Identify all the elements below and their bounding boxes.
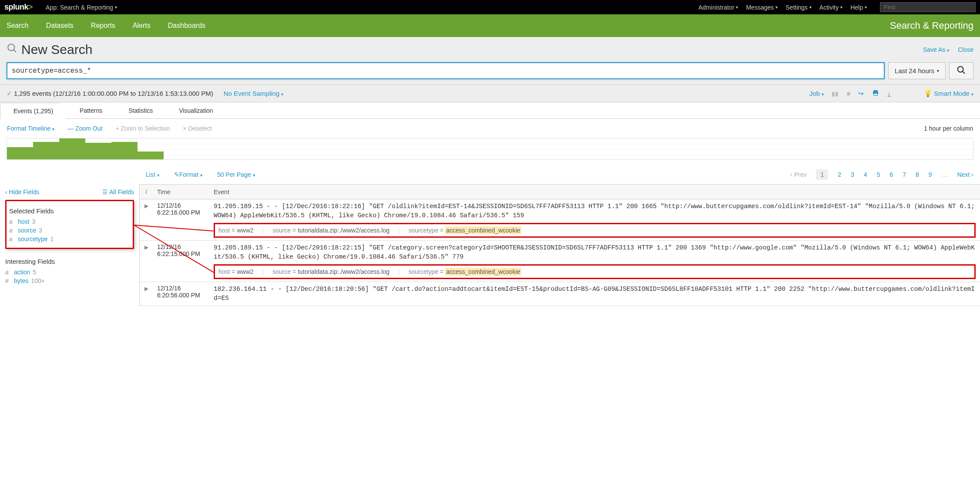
run-search-button[interactable]: [949, 62, 973, 79]
page-7[interactable]: 7: [903, 171, 906, 178]
timeline-bar[interactable]: [85, 143, 111, 159]
raw-event[interactable]: 182.236.164.11 - - [12/Dec/2016:18:20:56…: [214, 285, 976, 303]
timeline-bar[interactable]: [7, 147, 33, 159]
timeline-bar[interactable]: [111, 142, 138, 159]
svg-rect-4: [874, 90, 878, 91]
event-time: 12/12/166:22:16.000 PM: [153, 199, 209, 241]
field-sourcetype[interactable]: asourcetype1: [9, 235, 128, 243]
field-action[interactable]: aaction5: [5, 268, 134, 276]
pause-icon[interactable]: ▮▮: [832, 90, 839, 97]
pager-next[interactable]: Next ›: [957, 171, 973, 178]
raw-event[interactable]: 91.205.189.15 - - [12/Dec/2016:18:22:16]…: [214, 202, 976, 220]
job-menu[interactable]: Job ▾: [809, 90, 824, 97]
stop-icon[interactable]: ■: [846, 90, 850, 97]
selected-fields-annotation: Selected Fields ahost3 asource3 asourcet…: [5, 200, 134, 249]
tag-sourcetype[interactable]: sourcetype = access_combined_wcookie: [409, 268, 521, 275]
smart-mode[interactable]: 💡 Smart Mode ▾: [924, 90, 973, 98]
share-icon[interactable]: ↪: [858, 90, 864, 98]
col-event: Event: [209, 185, 980, 199]
download-icon[interactable]: ↓: [887, 90, 891, 97]
timeline-bar[interactable]: [59, 138, 85, 159]
svg-line-1: [13, 50, 16, 52]
svg-point-0: [8, 44, 14, 51]
tag-source[interactable]: source = tutorialdata.zip:./www2/access.…: [272, 227, 389, 234]
selected-fields-header: Selected Fields: [9, 207, 128, 215]
app-title: Search & Reporting: [890, 20, 973, 31]
logo[interactable]: splunk>: [4, 3, 33, 12]
search-title-icon: [7, 43, 18, 57]
save-as-button[interactable]: Save As ▾: [923, 46, 949, 53]
tag-host[interactable]: host = www2: [218, 227, 254, 234]
menu-help[interactable]: Help ▾: [850, 4, 867, 11]
page-1[interactable]: 1: [816, 169, 828, 180]
tab-patterns[interactable]: Patterns: [67, 103, 115, 119]
field-host[interactable]: ahost3: [9, 217, 128, 226]
interesting-fields-header: Interesting Fields: [5, 258, 134, 265]
print-icon[interactable]: [872, 89, 879, 98]
nav-search[interactable]: Search: [7, 22, 29, 30]
table-row: ▶12/12/166:22:15.000 PM91.205.189.15 - -…: [140, 241, 980, 282]
events-table: i Time Event ▶12/12/166:22:16.000 PM91.2…: [140, 184, 980, 306]
table-row: ▶12/12/166:22:16.000 PM91.205.189.15 - -…: [140, 199, 980, 241]
find-input[interactable]: [880, 2, 976, 12]
format-timeline[interactable]: Format Timeline ▾: [7, 125, 54, 132]
pager: ‹ Prev 1 2 3 4 5 6 7 8 9 … Next ›: [790, 169, 973, 180]
field-source[interactable]: asource3: [9, 226, 128, 235]
svg-line-3: [963, 71, 965, 74]
app-selector[interactable]: App: Search & Reporting ▾: [46, 4, 117, 11]
page-9[interactable]: 9: [929, 171, 932, 178]
page-6[interactable]: 6: [889, 171, 893, 178]
event-tags-annotation: host = www2|source = tutorialdata.zip:./…: [214, 223, 976, 238]
event-tags-annotation: host = www2|source = tutorialdata.zip:./…: [214, 264, 976, 279]
timeline-bar[interactable]: [33, 142, 59, 159]
expand-icon[interactable]: ▶: [144, 203, 148, 209]
table-row: ▶12/12/166:20:56.000 PM182.236.164.11 - …: [140, 282, 980, 306]
view-list[interactable]: List ▾: [146, 171, 159, 178]
nav-alerts[interactable]: Alerts: [133, 22, 151, 30]
menu-settings[interactable]: Settings ▾: [785, 4, 812, 11]
tag-source[interactable]: source = tutorialdata.zip:./www2/access.…: [272, 268, 389, 275]
nav-dashboards[interactable]: Dashboards: [168, 22, 205, 30]
event-cell: 182.236.164.11 - - [12/Dec/2016:18:20:56…: [209, 282, 980, 306]
field-bytes[interactable]: #bytes100+: [5, 276, 134, 285]
pager-more: …: [942, 171, 948, 178]
nav-datasets[interactable]: Datasets: [46, 22, 74, 30]
expand-icon[interactable]: ▶: [144, 286, 148, 292]
check-icon: ✓: [7, 90, 12, 98]
zoom-out[interactable]: — Zoom Out: [67, 125, 102, 132]
close-button[interactable]: Close: [958, 46, 973, 53]
all-fields-button[interactable]: ☰ All Fields: [102, 189, 134, 195]
page-2[interactable]: 2: [838, 171, 841, 178]
search-input[interactable]: [12, 67, 879, 75]
page-5[interactable]: 5: [877, 171, 880, 178]
menu-administrator[interactable]: Administrator ▾: [698, 4, 738, 11]
timeline-granularity: 1 hour per column: [924, 125, 973, 132]
pager-prev: ‹ Prev: [790, 171, 806, 178]
zoom-to-selection: + Zoom to Selection: [115, 125, 170, 132]
result-summary: 1,295 events (12/12/16 1:00:00.000 PM to…: [14, 90, 213, 97]
menu-activity[interactable]: Activity ▾: [819, 4, 842, 11]
event-sampling[interactable]: No Event Sampling ▾: [224, 90, 284, 97]
per-page[interactable]: 50 Per Page ▾: [217, 171, 255, 178]
svg-rect-6: [874, 93, 877, 95]
nav-reports[interactable]: Reports: [91, 22, 115, 30]
time-range-picker[interactable]: Last 24 hours ▾: [888, 62, 946, 79]
expand-icon[interactable]: ▶: [144, 244, 148, 250]
event-time: 12/12/166:22:15.000 PM: [153, 241, 209, 282]
page-3[interactable]: 3: [851, 171, 854, 178]
tab-statistics[interactable]: Statistics: [115, 103, 166, 119]
format-events[interactable]: ✎Format ▾: [174, 171, 202, 178]
tag-sourcetype[interactable]: sourcetype = access_combined_wcookie: [409, 227, 521, 234]
tab-visualization[interactable]: Visualization: [166, 103, 226, 119]
menu-messages[interactable]: Messages ▾: [746, 4, 778, 11]
tab-events[interactable]: Events (1,295): [0, 103, 67, 119]
page-4[interactable]: 4: [864, 171, 867, 178]
timeline[interactable]: [7, 138, 973, 160]
event-cell: 91.205.189.15 - - [12/Dec/2016:18:22:16]…: [209, 199, 980, 241]
timeline-bar[interactable]: [138, 152, 164, 159]
tag-host[interactable]: host = www2: [218, 268, 254, 275]
col-time[interactable]: Time: [153, 185, 209, 199]
hide-fields-button[interactable]: ‹ Hide Fields: [5, 189, 40, 195]
page-8[interactable]: 8: [916, 171, 919, 178]
raw-event[interactable]: 91.205.189.15 - - [12/Dec/2016:18:22:15]…: [214, 243, 976, 262]
